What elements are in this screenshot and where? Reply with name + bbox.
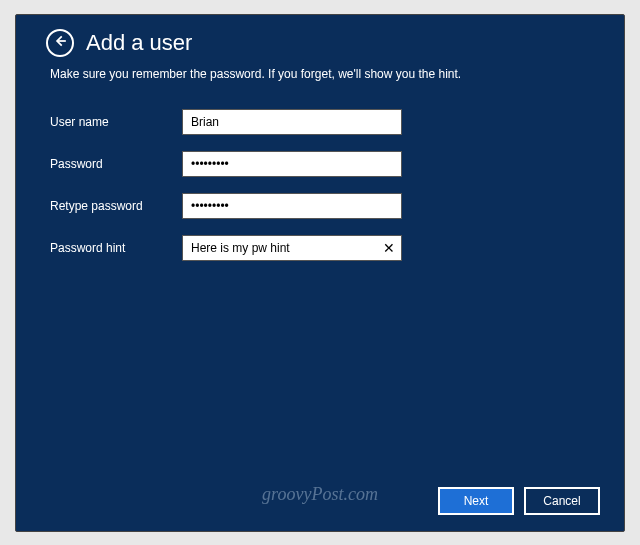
username-input[interactable] xyxy=(182,109,402,135)
username-row: User name xyxy=(50,109,594,135)
close-icon: ✕ xyxy=(383,240,395,256)
password-label: Password xyxy=(50,157,182,171)
back-arrow-icon xyxy=(53,34,67,52)
footer-buttons: Next Cancel xyxy=(438,487,600,515)
add-user-form: User name Password Retype password Passw… xyxy=(50,109,594,261)
page-title: Add a user xyxy=(86,30,192,56)
add-user-window: Add a user Make sure you remember the pa… xyxy=(15,14,625,532)
clear-hint-button[interactable]: ✕ xyxy=(377,236,401,260)
username-label: User name xyxy=(50,115,182,129)
header: Add a user xyxy=(46,29,594,57)
password-row: Password xyxy=(50,151,594,177)
password-hint-row: Password hint ✕ xyxy=(50,235,594,261)
password-hint-wrap: ✕ xyxy=(182,235,402,261)
cancel-button[interactable]: Cancel xyxy=(524,487,600,515)
retype-password-label: Retype password xyxy=(50,199,182,213)
watermark: groovyPost.com xyxy=(262,484,378,505)
password-input[interactable] xyxy=(182,151,402,177)
next-button[interactable]: Next xyxy=(438,487,514,515)
retype-password-input[interactable] xyxy=(182,193,402,219)
retype-password-row: Retype password xyxy=(50,193,594,219)
password-hint-label: Password hint xyxy=(50,241,182,255)
back-button[interactable] xyxy=(46,29,74,57)
password-hint-input[interactable] xyxy=(183,236,377,260)
page-subtitle: Make sure you remember the password. If … xyxy=(50,67,594,81)
